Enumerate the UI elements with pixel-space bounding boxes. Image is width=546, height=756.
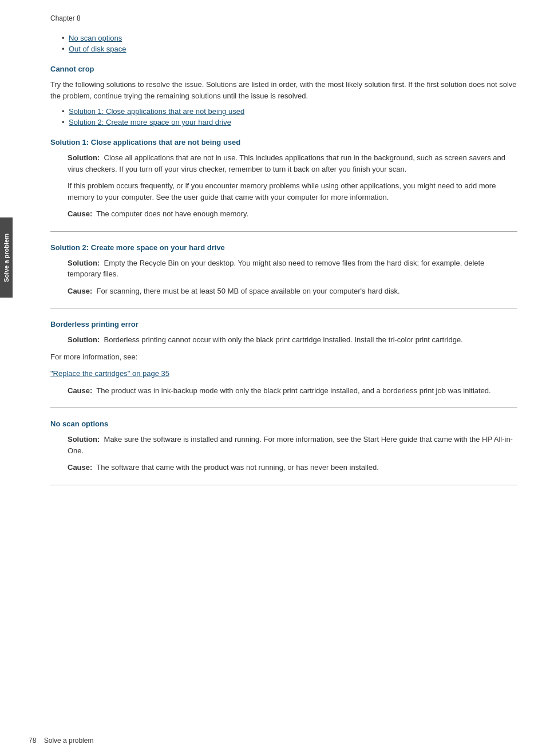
solution1-extra-para: If this problem occurs frequently, or if… bbox=[68, 180, 517, 203]
section-solution1: Solution 1: Close applications that are … bbox=[50, 138, 517, 220]
section-cannot-crop: Cannot crop Try the following solutions … bbox=[50, 65, 517, 126]
solution1-solution-text: Solution: Close all applications that ar… bbox=[68, 152, 517, 175]
section-heading-solution2: Solution 2: Create more space on your ha… bbox=[50, 243, 517, 252]
borderless-cause-label: Cause: bbox=[68, 386, 92, 395]
section-heading-borderless: Borderless printing error bbox=[50, 320, 517, 328]
cannot-crop-intro: Try the following solutions to resolve t… bbox=[50, 79, 517, 101]
no-scan-content: Solution: Make sure the software is inst… bbox=[68, 434, 517, 473]
section-solution2: Solution 2: Create more space on your ha… bbox=[50, 243, 517, 297]
section-heading-cannot-crop: Cannot crop bbox=[50, 65, 517, 73]
footer-section: Solve a problem bbox=[44, 737, 94, 745]
link-out-of-disk-space[interactable]: Out of disk space bbox=[69, 45, 126, 53]
sidebar-tab-label: Solve a problem bbox=[3, 233, 10, 282]
borderless-content: Solution: Borderless printing cannot occ… bbox=[68, 334, 517, 346]
list-item: Solution 1: Close applications that are … bbox=[62, 107, 517, 116]
page-number: 78 bbox=[29, 737, 36, 745]
solution1-cause-label: Cause: bbox=[68, 209, 92, 218]
link-solution2[interactable]: Solution 2: Create more space on your ha… bbox=[69, 118, 231, 126]
borderless-solution-label: Solution: bbox=[68, 335, 100, 344]
no-scan-cause-label: Cause: bbox=[68, 463, 92, 472]
link-solution1[interactable]: Solution 1: Close applications that are … bbox=[69, 107, 244, 116]
borderless-link-para: "Replace the cartridges" on page 35 bbox=[50, 368, 517, 379]
chapter-header: Chapter 8 bbox=[50, 11, 517, 22]
list-item: No scan options bbox=[62, 34, 517, 42]
borderless-solution-text: Solution: Borderless printing cannot occ… bbox=[68, 334, 517, 346]
borderless-cause-text: Cause: The product was in ink-backup mod… bbox=[68, 385, 517, 397]
section-heading-solution1: Solution 1: Close applications that are … bbox=[50, 138, 517, 147]
divider2 bbox=[50, 308, 517, 308]
solution2-content: Solution: Empty the Recycle Bin on your … bbox=[68, 258, 517, 297]
sidebar-tab: Solve a problem bbox=[0, 217, 13, 298]
top-links-list: No scan options Out of disk space bbox=[62, 34, 517, 53]
section-heading-no-scan: No scan options bbox=[50, 419, 517, 428]
solution1-cause-text: Cause: The computer does not have enough… bbox=[68, 208, 517, 220]
solution1-solution-label: Solution: bbox=[68, 153, 100, 162]
solution1-content: Solution: Close all applications that ar… bbox=[68, 152, 517, 220]
cannot-crop-links: Solution 1: Close applications that are … bbox=[62, 107, 517, 126]
section-borderless-printing: Borderless printing error Solution: Bord… bbox=[50, 320, 517, 396]
no-scan-solution-text: Solution: Make sure the software is inst… bbox=[68, 434, 517, 456]
main-content: Chapter 8 No scan options Out of disk sp… bbox=[16, 0, 546, 756]
no-scan-cause-text: Cause: The software that came with the p… bbox=[68, 462, 517, 473]
list-item: Solution 2: Create more space on your ha… bbox=[62, 118, 517, 126]
list-item: Out of disk space bbox=[62, 45, 517, 53]
borderless-cause-block: Cause: The product was in ink-backup mod… bbox=[68, 385, 517, 397]
solution2-solution-label: Solution: bbox=[68, 259, 100, 267]
solution2-cause-text: Cause: For scanning, there must be at le… bbox=[68, 286, 517, 297]
divider4 bbox=[50, 485, 517, 485]
solution2-solution-text: Solution: Empty the Recycle Bin on your … bbox=[68, 258, 517, 280]
divider1 bbox=[50, 231, 517, 232]
borderless-extra-para: For more information, see: bbox=[50, 351, 517, 363]
link-replace-cartridges[interactable]: "Replace the cartridges" on page 35 bbox=[50, 369, 169, 378]
link-no-scan-options[interactable]: No scan options bbox=[69, 34, 122, 42]
solution2-cause-label: Cause: bbox=[68, 287, 92, 295]
no-scan-solution-label: Solution: bbox=[68, 435, 100, 444]
divider3 bbox=[50, 407, 517, 408]
page-footer: 78 Solve a problem bbox=[29, 737, 93, 745]
section-no-scan-options: No scan options Solution: Make sure the … bbox=[50, 419, 517, 473]
